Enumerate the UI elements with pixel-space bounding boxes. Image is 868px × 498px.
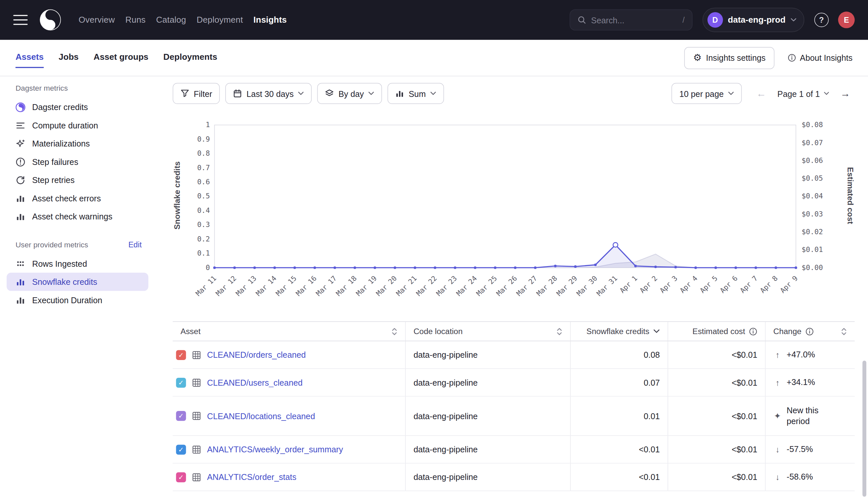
code-location-cell: data-eng-pipeline (405, 463, 570, 490)
tab-assets[interactable]: Assets (15, 48, 44, 68)
sidebar-item-asset-check-warnings[interactable]: Asset check warnings (7, 207, 148, 226)
chart-toolbar: Filter Last 30 days By day Sum (173, 83, 855, 104)
svg-text:Mar 29: Mar 29 (555, 274, 579, 298)
calendar-icon (233, 89, 242, 98)
sidebar-item-label: Snowflake credits (32, 277, 97, 287)
help-icon[interactable] (814, 13, 829, 27)
svg-text:Mar 30: Mar 30 (575, 274, 599, 298)
usage-chart-block: Snowflake credits 10.90.80.70.60.50.40.3… (173, 118, 855, 309)
column-header-code-location[interactable]: Code location (405, 322, 570, 341)
nav-insights[interactable]: Insights (254, 15, 287, 25)
row-checkbox[interactable] (176, 444, 186, 454)
sidebar-item-dagster-credits[interactable]: Dagster credits (7, 98, 148, 116)
column-header-estimated-cost[interactable]: Estimated cost (668, 322, 765, 341)
deployment-switcher[interactable]: D data-eng-prod (702, 8, 804, 32)
credits-cell: 0.01 (570, 396, 667, 435)
page-scrollbar[interactable] (863, 361, 866, 497)
column-header-asset[interactable]: Asset (173, 322, 405, 341)
change-direction-icon: ↓ (773, 445, 781, 454)
sparkle-icon (15, 139, 25, 148)
page-label: Page 1 of 1 (777, 89, 820, 98)
svg-text:Mar 13: Mar 13 (234, 274, 258, 298)
row-checkbox[interactable] (176, 350, 186, 360)
about-insights-label: About Insights (800, 53, 853, 63)
code-location-cell: data-eng-pipeline (405, 341, 570, 368)
asset-link[interactable]: CLEANED/locations_cleaned (207, 411, 315, 421)
sidebar-item-compute-duration[interactable]: Compute duration (7, 116, 148, 135)
tab-jobs[interactable]: Jobs (59, 48, 79, 68)
column-header-change[interactable]: Change (765, 322, 855, 341)
assets-table: Asset Code location Snowflake credits Es… (173, 321, 855, 491)
deployment-name: data-eng-prod (728, 15, 786, 25)
sidebar-item-execution-duration[interactable]: Execution Duration (7, 291, 148, 310)
nav-runs[interactable]: Runs (125, 15, 146, 25)
row-checkbox[interactable] (176, 472, 186, 482)
svg-text:Mar 31: Mar 31 (595, 274, 619, 298)
cost-cell: <$0.01 (668, 436, 765, 463)
previous-page-button[interactable] (752, 84, 771, 103)
group-by-button[interactable]: By day (317, 83, 382, 104)
change-cell: ↑ +47.0% (765, 341, 855, 368)
dagster-logo-icon[interactable] (39, 8, 62, 31)
per-page-select[interactable]: 10 per page (672, 83, 742, 104)
asset-link[interactable]: ANALYTICS/weekly_order_summary (207, 445, 343, 454)
table-row: CLEANED/locations_cleaned data-eng-pipel… (173, 396, 855, 436)
date-range-button[interactable]: Last 30 days (226, 83, 312, 104)
row-checkbox[interactable] (176, 411, 186, 421)
change-direction-icon: ↑ (773, 350, 781, 360)
nav-catalog[interactable]: Catalog (156, 15, 186, 25)
next-page-button[interactable] (836, 84, 855, 103)
tab-deployments[interactable]: Deployments (163, 48, 217, 68)
aggregation-button[interactable]: Sum (388, 83, 444, 104)
about-insights-link[interactable]: About Insights (788, 53, 853, 63)
svg-text:0.1: 0.1 (197, 249, 210, 257)
nav-overview[interactable]: Overview (79, 15, 115, 25)
svg-text:Apr 9: Apr 9 (778, 274, 799, 294)
info-icon[interactable] (805, 327, 814, 336)
per-page-label: 10 per page (679, 89, 724, 98)
svg-text:0.5: 0.5 (197, 192, 210, 200)
insights-settings-button[interactable]: Insights settings (684, 47, 774, 69)
column-header-snowflake-credits[interactable]: Snowflake credits (570, 322, 667, 341)
sidebar-item-snowflake-credits[interactable]: Snowflake credits (7, 273, 148, 291)
code-location-cell: data-eng-pipeline (405, 369, 570, 396)
sidebar-item-rows-ingested[interactable]: Rows Ingested (7, 254, 148, 273)
sidebar-item-label: Step failures (32, 157, 78, 167)
sidebar-item-asset-check-errors[interactable]: Asset check errors (7, 189, 148, 208)
user-avatar[interactable]: E (838, 12, 855, 28)
svg-text:Apr 1: Apr 1 (618, 274, 639, 294)
asset-link[interactable]: ANALYTICS/order_stats (207, 472, 296, 482)
sidebar-item-materializations[interactable]: Materializations (7, 134, 148, 153)
svg-text:$0.00: $0.00 (802, 263, 823, 272)
tab-asset-groups[interactable]: Asset groups (94, 48, 149, 68)
svg-text:Mar 28: Mar 28 (535, 274, 559, 298)
cost-cell: <$0.01 (668, 396, 765, 435)
sidebar-item-step-failures[interactable]: Step failures (7, 153, 148, 171)
nav-deployment[interactable]: Deployment (196, 15, 243, 25)
page-indicator[interactable]: Page 1 of 1 (774, 89, 832, 98)
svg-text:$0.06: $0.06 (802, 156, 823, 165)
svg-text:Apr 5: Apr 5 (698, 274, 719, 294)
sidebar-item-label: Compute duration (32, 120, 98, 130)
chevron-down-icon (790, 18, 797, 22)
search-input[interactable] (591, 15, 658, 25)
sort-icon (391, 327, 397, 336)
edit-metrics-link[interactable]: Edit (128, 240, 142, 249)
asset-link[interactable]: CLEANED/users_cleaned (207, 378, 303, 387)
aggregation-label: Sum (409, 89, 426, 98)
hamburger-menu-icon[interactable] (13, 15, 28, 25)
svg-text:0.4: 0.4 (197, 206, 210, 214)
usage-chart: 10.90.80.70.60.50.40.30.20.10$0.08$0.07$… (181, 118, 846, 309)
info-icon[interactable] (749, 327, 757, 336)
group-by-label: By day (338, 89, 363, 98)
svg-text:0: 0 (206, 263, 210, 272)
global-search[interactable]: / (570, 10, 692, 30)
filter-button[interactable]: Filter (173, 83, 220, 104)
sidebar-item-label: Step retries (32, 175, 75, 185)
change-direction-icon: ↓ (773, 472, 781, 482)
refresh-icon (15, 175, 25, 185)
sidebar-item-step-retries[interactable]: Step retries (7, 171, 148, 189)
row-checkbox[interactable] (176, 378, 186, 387)
asset-link[interactable]: CLEANED/orders_cleaned (207, 350, 306, 360)
sort-icon (841, 327, 847, 336)
